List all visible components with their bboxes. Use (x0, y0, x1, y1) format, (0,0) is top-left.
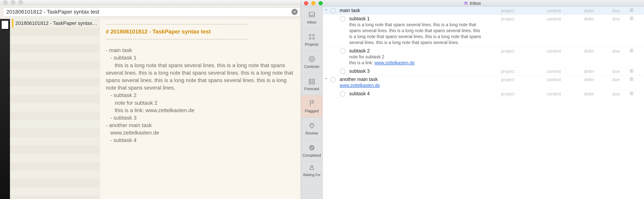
task-row[interactable]: another main taskwww.zettelkasten.deproj… (323, 75, 644, 90)
task-title[interactable]: subtask 1 (349, 16, 484, 21)
page-thumb-icon[interactable] (1, 20, 8, 29)
sidebar-tab-label: Completed (302, 153, 321, 158)
task-checkbox[interactable] (340, 91, 346, 97)
col-defer[interactable]: defer (576, 8, 602, 13)
waiting-icon (308, 164, 316, 172)
task-title[interactable]: subtask 3 (349, 68, 484, 74)
projects-icon (308, 33, 316, 41)
col-project[interactable]: project (484, 16, 532, 22)
col-project[interactable]: project (484, 49, 532, 54)
sidebar-tab-projects[interactable]: Projects (301, 29, 322, 51)
col-due[interactable]: due (602, 77, 630, 82)
col-defer[interactable]: defer (576, 69, 602, 74)
task-meta: projectcontextdeferdue (484, 68, 641, 74)
editor-gutter (0, 19, 10, 199)
zoom-icon[interactable] (18, 0, 23, 5)
task-title[interactable]: subtask 2 (349, 48, 484, 54)
col-context[interactable]: context (532, 8, 576, 13)
task-note[interactable]: note for subtask 2this is a link: www.ze… (349, 54, 484, 66)
file-list-item[interactable]: 201806101812 - TaskPaper syntax… (10, 19, 100, 27)
note-toggle-icon[interactable] (630, 69, 641, 74)
close-icon[interactable] (3, 0, 8, 5)
col-project[interactable]: project (484, 69, 532, 74)
task-checkbox[interactable] (340, 16, 346, 22)
disclosure-triangle-icon (325, 16, 330, 17)
task-checkbox[interactable] (330, 8, 336, 13)
col-defer[interactable]: defer (576, 49, 602, 54)
sidebar-tab-inbox[interactable]: Inbox (301, 6, 322, 29)
close-icon[interactable] (304, 1, 308, 5)
sidebar-tab-label: Contexts (304, 64, 319, 69)
col-due[interactable]: due (602, 49, 630, 54)
zoom-icon[interactable] (318, 1, 323, 5)
col-defer[interactable]: defer (576, 91, 602, 97)
col-project[interactable]: project (484, 77, 532, 82)
svg-point-2 (309, 34, 311, 36)
note-body[interactable]: - main task - subtask 1 this is a long n… (106, 46, 294, 144)
col-context[interactable]: context (532, 69, 576, 74)
disclosure-triangle-icon[interactable] (325, 8, 330, 11)
sidebar-tab-label: Inbox (307, 20, 316, 24)
task-title[interactable]: main task (340, 8, 484, 13)
svg-point-5 (312, 37, 314, 39)
hr-dashes-top: ----------------------------------------… (106, 20, 294, 28)
col-due[interactable]: due (602, 16, 630, 22)
task-title[interactable]: another main task (340, 77, 484, 82)
task-meta: projectcontextdeferdue (484, 77, 641, 82)
sidebar-tab-label: Flagged (305, 109, 318, 113)
task-checkbox[interactable] (330, 77, 336, 82)
col-context[interactable]: context (532, 16, 576, 22)
col-project[interactable]: project (484, 91, 532, 97)
col-due[interactable]: due (602, 8, 630, 13)
sidebar-tab-forecast[interactable]: Forecast (301, 73, 322, 95)
task-row[interactable]: subtask 2note for subtask 2this is a lin… (323, 47, 644, 67)
search-input[interactable] (3, 7, 300, 16)
omnifocus-titlebar: Inbox (301, 0, 644, 6)
task-row[interactable]: subtask 1this is a long note that spans … (323, 15, 644, 47)
sidebar-tab-label: Review (306, 131, 318, 136)
note-toggle-icon[interactable] (630, 91, 641, 97)
note-toggle-icon[interactable] (630, 16, 641, 22)
task-note[interactable]: this is a long note that spans several l… (349, 22, 484, 45)
sidebar-tab-flagged[interactable]: Flagged (301, 95, 322, 118)
svg-point-3 (312, 34, 314, 36)
sidebar-tab-completed[interactable]: Completed (301, 140, 322, 162)
note-toggle-icon[interactable] (630, 48, 641, 54)
minimize-icon[interactable] (11, 0, 15, 5)
task-row[interactable]: main taskprojectcontextdeferdue (323, 6, 644, 15)
note-toggle-icon[interactable] (630, 77, 641, 82)
col-due[interactable]: due (602, 91, 630, 97)
editor-pane[interactable]: ----------------------------------------… (100, 19, 301, 199)
task-checkbox[interactable] (340, 69, 346, 74)
task-checkbox[interactable] (340, 48, 346, 54)
file-list: 201806101812 - TaskPaper syntax… (10, 19, 100, 199)
task-note[interactable]: www.zettelkasten.de (340, 82, 484, 88)
search-bar (0, 5, 301, 19)
col-context[interactable]: context (532, 49, 576, 54)
task-title[interactable]: subtask 4 (349, 91, 484, 96)
sidebar-tab-label: Projects (305, 42, 318, 47)
col-context[interactable]: context (532, 77, 576, 82)
sidebar-tab-label: Forecast (304, 87, 319, 91)
col-defer[interactable]: defer (576, 77, 602, 82)
sidebar-tab-contexts[interactable]: @ Contexts (301, 51, 322, 73)
col-project[interactable]: project (484, 8, 532, 13)
file-marker-icon (12, 19, 14, 27)
note-toggle-icon[interactable] (630, 8, 641, 13)
clear-search-icon[interactable] (292, 9, 298, 15)
editor-window: 201806101812 - TaskPaper syntax… -------… (0, 0, 301, 199)
task-row[interactable]: subtask 4projectcontextdeferdue (323, 90, 644, 98)
col-defer[interactable]: defer (576, 16, 602, 22)
sidebar-tab-review[interactable]: Review (301, 118, 322, 140)
col-context[interactable]: context (532, 91, 576, 97)
minimize-icon[interactable] (311, 1, 316, 5)
disclosure-triangle-icon (325, 48, 330, 49)
disclosure-triangle-icon (325, 91, 330, 92)
disclosure-triangle-icon[interactable] (325, 77, 330, 80)
task-row[interactable]: subtask 3projectcontextdeferdue (323, 67, 644, 75)
col-due[interactable]: due (602, 69, 630, 74)
task-meta: projectcontextdeferdue (484, 16, 641, 22)
svg-rect-10 (309, 82, 311, 84)
sidebar-tab-waiting[interactable]: Waiting For (301, 162, 322, 177)
task-meta: projectcontextdeferdue (484, 91, 641, 97)
